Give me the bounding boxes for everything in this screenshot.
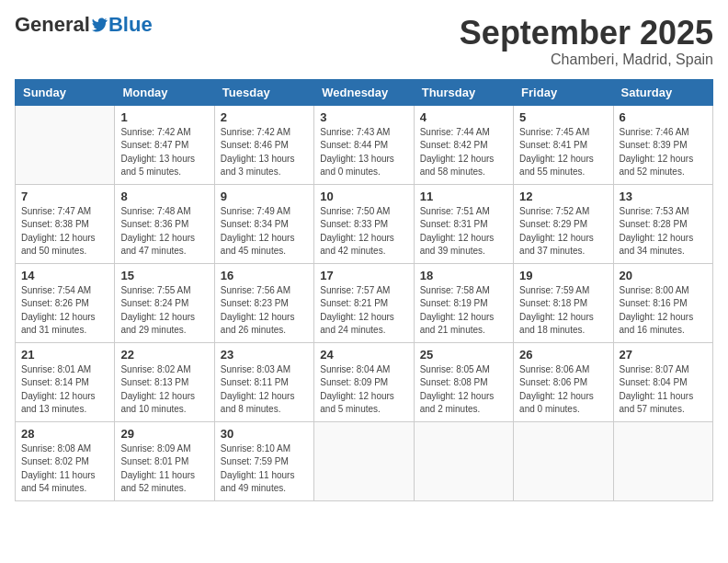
header-thursday: Thursday <box>414 79 513 105</box>
day-info: Sunrise: 7:49 AM Sunset: 8:34 PM Dayligh… <box>221 205 308 259</box>
day-number: 19 <box>519 269 607 282</box>
table-row: 23Sunrise: 8:03 AM Sunset: 8:11 PM Dayli… <box>214 342 313 421</box>
title-area: September 2025 Chamberi, Madrid, Spain <box>460 15 713 68</box>
calendar-week-row: 1Sunrise: 7:42 AM Sunset: 8:47 PM Daylig… <box>16 105 713 184</box>
day-info: Sunrise: 8:03 AM Sunset: 8:11 PM Dayligh… <box>221 363 308 417</box>
day-number: 21 <box>21 348 108 362</box>
header-monday: Monday <box>115 79 214 105</box>
day-info: Sunrise: 7:42 AM Sunset: 8:47 PM Dayligh… <box>120 126 208 179</box>
day-info: Sunrise: 7:43 AM Sunset: 8:44 PM Dayligh… <box>320 126 407 179</box>
logo-general: General <box>15 15 90 35</box>
table-row <box>314 421 414 500</box>
day-number: 8 <box>120 190 208 203</box>
calendar-week-row: 28Sunrise: 8:08 AM Sunset: 8:02 PM Dayli… <box>16 421 713 500</box>
day-number: 28 <box>21 427 108 441</box>
day-info: Sunrise: 7:42 AM Sunset: 8:46 PM Dayligh… <box>221 126 308 179</box>
day-number: 1 <box>120 110 208 124</box>
table-row: 4Sunrise: 7:44 AM Sunset: 8:42 PM Daylig… <box>414 105 513 184</box>
month-title: September 2025 <box>460 15 713 52</box>
day-info: Sunrise: 8:07 AM Sunset: 8:04 PM Dayligh… <box>620 363 707 417</box>
header-tuesday: Tuesday <box>214 79 313 105</box>
header-friday: Friday <box>514 79 613 105</box>
day-number: 17 <box>320 269 407 282</box>
day-info: Sunrise: 8:04 AM Sunset: 8:09 PM Dayligh… <box>320 363 407 417</box>
table-row: 6Sunrise: 7:46 AM Sunset: 8:39 PM Daylig… <box>613 105 712 184</box>
day-number: 10 <box>320 190 407 203</box>
table-row: 26Sunrise: 8:06 AM Sunset: 8:06 PM Dayli… <box>514 342 613 421</box>
day-number: 30 <box>221 427 308 441</box>
calendar-header-row: Sunday Monday Tuesday Wednesday Thursday… <box>16 79 713 105</box>
table-row: 2Sunrise: 7:42 AM Sunset: 8:46 PM Daylig… <box>214 105 313 184</box>
day-number: 2 <box>221 110 308 124</box>
table-row: 12Sunrise: 7:52 AM Sunset: 8:29 PM Dayli… <box>514 184 613 263</box>
table-row: 25Sunrise: 8:05 AM Sunset: 8:08 PM Dayli… <box>414 342 513 421</box>
header-saturday: Saturday <box>613 79 712 105</box>
calendar-week-row: 7Sunrise: 7:47 AM Sunset: 8:38 PM Daylig… <box>16 184 713 263</box>
day-number: 22 <box>120 348 208 362</box>
table-row: 10Sunrise: 7:50 AM Sunset: 8:33 PM Dayli… <box>314 184 414 263</box>
table-row: 22Sunrise: 8:02 AM Sunset: 8:13 PM Dayli… <box>115 342 214 421</box>
day-number: 27 <box>620 348 707 362</box>
table-row: 17Sunrise: 7:57 AM Sunset: 8:21 PM Dayli… <box>314 263 414 342</box>
page-header: General Blue September 2025 Chamberi, Ma… <box>15 15 713 68</box>
table-row: 18Sunrise: 7:58 AM Sunset: 8:19 PM Dayli… <box>414 263 513 342</box>
table-row <box>514 421 613 500</box>
day-info: Sunrise: 8:06 AM Sunset: 8:06 PM Dayligh… <box>519 363 607 417</box>
table-row: 28Sunrise: 8:08 AM Sunset: 8:02 PM Dayli… <box>16 421 115 500</box>
table-row: 13Sunrise: 7:53 AM Sunset: 8:28 PM Dayli… <box>613 184 712 263</box>
header-wednesday: Wednesday <box>314 79 414 105</box>
day-info: Sunrise: 8:08 AM Sunset: 8:02 PM Dayligh… <box>21 442 108 496</box>
header-sunday: Sunday <box>16 79 115 105</box>
day-number: 9 <box>221 190 308 203</box>
table-row: 9Sunrise: 7:49 AM Sunset: 8:34 PM Daylig… <box>214 184 313 263</box>
day-number: 20 <box>620 269 707 282</box>
day-info: Sunrise: 7:52 AM Sunset: 8:29 PM Dayligh… <box>519 205 607 259</box>
table-row: 21Sunrise: 8:01 AM Sunset: 8:14 PM Dayli… <box>16 342 115 421</box>
table-row <box>613 421 712 500</box>
day-number: 14 <box>21 269 108 282</box>
table-row <box>16 105 115 184</box>
day-number: 23 <box>221 348 308 362</box>
table-row: 30Sunrise: 8:10 AM Sunset: 7:59 PM Dayli… <box>214 421 313 500</box>
day-info: Sunrise: 8:05 AM Sunset: 8:08 PM Dayligh… <box>420 363 507 417</box>
day-number: 7 <box>21 190 108 203</box>
day-info: Sunrise: 8:01 AM Sunset: 8:14 PM Dayligh… <box>21 363 108 417</box>
day-info: Sunrise: 7:59 AM Sunset: 8:18 PM Dayligh… <box>519 284 607 338</box>
day-info: Sunrise: 7:44 AM Sunset: 8:42 PM Dayligh… <box>420 126 507 179</box>
day-number: 16 <box>221 269 308 282</box>
table-row: 1Sunrise: 7:42 AM Sunset: 8:47 PM Daylig… <box>115 105 214 184</box>
day-info: Sunrise: 8:10 AM Sunset: 7:59 PM Dayligh… <box>221 442 308 496</box>
day-number: 24 <box>320 348 407 362</box>
table-row: 3Sunrise: 7:43 AM Sunset: 8:44 PM Daylig… <box>314 105 414 184</box>
day-number: 25 <box>420 348 507 362</box>
table-row: 20Sunrise: 8:00 AM Sunset: 8:16 PM Dayli… <box>613 263 712 342</box>
table-row: 27Sunrise: 8:07 AM Sunset: 8:04 PM Dayli… <box>613 342 712 421</box>
table-row: 15Sunrise: 7:55 AM Sunset: 8:24 PM Dayli… <box>115 263 214 342</box>
day-number: 13 <box>620 190 707 203</box>
day-info: Sunrise: 7:47 AM Sunset: 8:38 PM Dayligh… <box>21 205 108 259</box>
day-number: 29 <box>120 427 208 441</box>
day-info: Sunrise: 8:02 AM Sunset: 8:13 PM Dayligh… <box>120 363 208 417</box>
day-info: Sunrise: 7:50 AM Sunset: 8:33 PM Dayligh… <box>320 205 407 259</box>
table-row: 24Sunrise: 8:04 AM Sunset: 8:09 PM Dayli… <box>314 342 414 421</box>
day-info: Sunrise: 7:56 AM Sunset: 8:23 PM Dayligh… <box>221 284 308 338</box>
table-row: 19Sunrise: 7:59 AM Sunset: 8:18 PM Dayli… <box>514 263 613 342</box>
table-row: 7Sunrise: 7:47 AM Sunset: 8:38 PM Daylig… <box>16 184 115 263</box>
day-info: Sunrise: 7:48 AM Sunset: 8:36 PM Dayligh… <box>120 205 208 259</box>
day-info: Sunrise: 7:53 AM Sunset: 8:28 PM Dayligh… <box>620 205 707 259</box>
day-number: 15 <box>120 269 208 282</box>
table-row: 16Sunrise: 7:56 AM Sunset: 8:23 PM Dayli… <box>214 263 313 342</box>
day-info: Sunrise: 7:58 AM Sunset: 8:19 PM Dayligh… <box>420 284 507 338</box>
logo: General Blue <box>15 15 153 35</box>
day-info: Sunrise: 7:54 AM Sunset: 8:26 PM Dayligh… <box>21 284 108 338</box>
table-row: 14Sunrise: 7:54 AM Sunset: 8:26 PM Dayli… <box>16 263 115 342</box>
day-number: 6 <box>620 110 707 124</box>
day-info: Sunrise: 7:45 AM Sunset: 8:41 PM Dayligh… <box>519 126 607 179</box>
day-info: Sunrise: 7:55 AM Sunset: 8:24 PM Dayligh… <box>120 284 208 338</box>
table-row: 5Sunrise: 7:45 AM Sunset: 8:41 PM Daylig… <box>514 105 613 184</box>
calendar-table: Sunday Monday Tuesday Wednesday Thursday… <box>15 79 713 501</box>
day-info: Sunrise: 8:00 AM Sunset: 8:16 PM Dayligh… <box>620 284 707 338</box>
day-number: 3 <box>320 110 407 124</box>
logo-blue: Blue <box>108 15 153 35</box>
table-row: 8Sunrise: 7:48 AM Sunset: 8:36 PM Daylig… <box>115 184 214 263</box>
